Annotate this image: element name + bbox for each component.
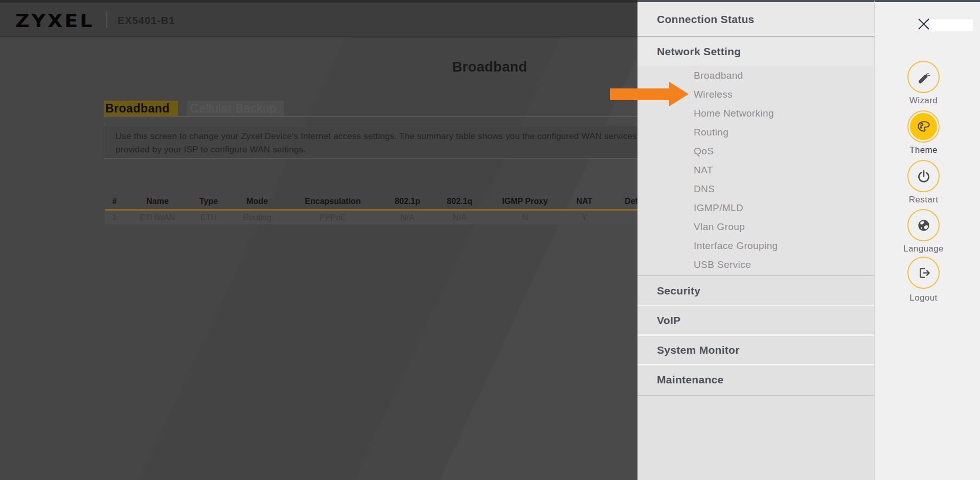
device-model: EX5401-B1 [118,15,175,27]
col-header: Type [191,193,226,209]
pointer-arrow-bar [610,88,670,100]
submenu-igmp-mld[interactable]: IGMP/MLD [637,198,874,217]
cell-8021q: N/A [437,211,482,224]
col-header: IGMP Proxy [482,193,568,209]
col-header: 802.1p [378,193,437,209]
language-label: Language [875,244,972,254]
col-header: Encapsulation [288,193,378,209]
wizard-label: Wizard [875,96,972,106]
theme-active-fill [910,113,937,140]
menu-security[interactable]: Security [637,277,874,305]
description-box: Use this screen to change your Zyxel Dev… [104,126,693,158]
pointer-arrow-head [669,82,689,106]
cell-name: ETHWAN [124,211,191,224]
submenu-qos[interactable]: QoS [637,142,874,161]
logout-label: Logout [875,293,972,303]
cell-igmp-proxy: N [482,211,568,224]
restart-label: Restart [875,195,972,205]
globe-icon [916,217,932,234]
cell-index: 1 [105,211,124,224]
cell-type: ETH [191,211,226,224]
menu-connection-status[interactable]: Connection Status [637,2,874,37]
restart-button[interactable] [907,160,940,192]
submenu-routing[interactable]: Routing [637,123,874,142]
tab-broadband[interactable]: Broadband [104,101,178,117]
logout-icon [916,265,932,281]
wizard-button[interactable] [907,61,940,93]
page-title: Broadband [452,59,527,75]
cell-mode: Routing [226,211,288,224]
wan-services-table: # Name Type Mode Encapsulation 802.1p 80… [105,193,693,224]
theme-label: Theme [875,145,972,155]
submenu-dns[interactable]: DNS [637,179,874,198]
col-header: Mode [226,193,288,209]
pointer-arrow [610,82,689,106]
language-button[interactable] [907,209,940,241]
white-swatch [930,19,973,31]
wand-icon [916,69,932,85]
cell-8021p: N/A [378,211,437,224]
palette-icon [916,119,932,135]
menu-network-setting[interactable]: Network Setting [637,37,874,66]
submenu-interface-grouping[interactable]: Interface Grouping [637,236,874,255]
col-header: NAT [568,193,601,209]
description-line2: provided by your ISP to configure WAN se… [116,143,692,156]
table-header-row: # Name Type Mode Encapsulation 802.1p 80… [105,193,693,209]
logo-separator [106,11,107,28]
section-divider [637,395,874,396]
nav-menu-panel: Connection Status Network Setting Broadb… [637,0,874,480]
tab-underline [104,116,693,117]
cell-nat: Y [568,211,601,224]
menu-maintenance[interactable]: Maintenance [637,365,874,394]
col-header: # [105,193,124,209]
theme-button[interactable] [907,110,940,143]
table-row[interactable]: 1 ETHWAN ETH Routing PPPoE N/A N/A N Y [105,211,693,224]
description-line1: Use this screen to change your Zyxel Dev… [116,130,692,143]
power-icon [916,168,932,185]
cell-encapsulation: PPPoE [288,211,378,224]
submenu-vlan-group[interactable]: Vlan Group [637,217,874,236]
menu-system-monitor[interactable]: System Monitor [637,336,874,364]
submenu-nat[interactable]: NAT [637,161,874,179]
col-header: 802.1q [437,193,482,209]
logout-button[interactable] [907,257,940,289]
submenu-usb-service[interactable]: USB Service [637,255,874,274]
menu-voip[interactable]: VoIP [637,306,874,334]
col-header: Name [124,193,191,209]
zyxel-logo: ZYXEL [15,10,95,32]
tab-cellular-backup[interactable]: Cellular Backup [187,101,284,117]
icon-rail: Wizard Theme Restart [874,0,980,480]
submenu-home-networking[interactable]: Home Networking [637,104,874,123]
